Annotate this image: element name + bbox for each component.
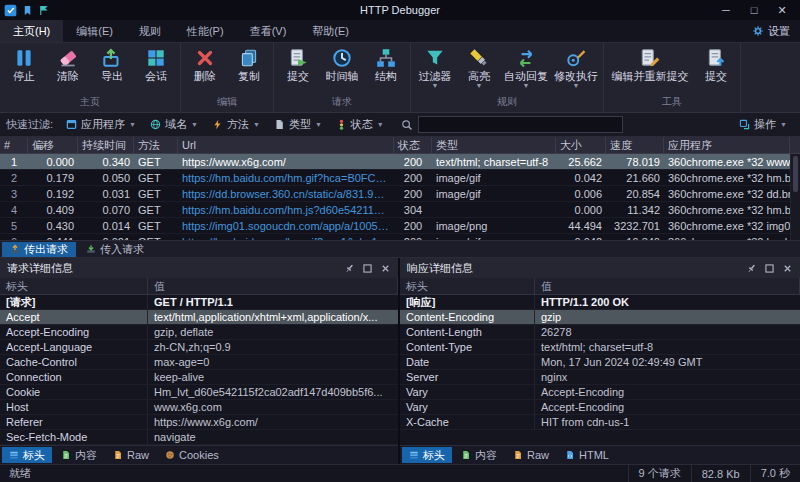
response-header-row[interactable]: X-CacheHIT from cdn-us-1: [400, 415, 800, 430]
table-row[interactable]: 10.0000.340GEThttps://www.x6g.com/200tex…: [0, 154, 800, 170]
request-header-row[interactable]: Accept-Languagezh-CN,zh;q=0.9: [0, 340, 398, 355]
column-header-2[interactable]: 持续时间: [78, 137, 134, 153]
ribbon-button-timeline[interactable]: 时间轴: [320, 45, 364, 83]
table-row[interactable]: 30.1920.031GEThttps://dd.browser.360.cn/…: [0, 186, 800, 202]
close-icon[interactable]: [782, 263, 793, 274]
request-header-row[interactable]: Connectionkeep-alive: [0, 370, 398, 385]
response-tab-content[interactable]: 内容: [454, 447, 504, 463]
request-header-row[interactable]: Sec-Fetch-Modenavigate: [0, 430, 398, 445]
ribbon-button-clear[interactable]: 清除: [46, 45, 90, 83]
column-header-6[interactable]: 类型: [432, 137, 556, 153]
ribbon-button-highlight[interactable]: 高亮▼: [457, 45, 501, 89]
column-header-1[interactable]: 偏移: [28, 137, 78, 153]
headers-icon: [9, 450, 19, 460]
menu-tab-2[interactable]: 规则: [126, 20, 174, 42]
column-header-4[interactable]: Url: [178, 137, 394, 153]
cell-Url: https://www.x6g.com/: [178, 154, 394, 169]
request-header-row[interactable]: CookieHm_lvt_d60e542115f2ca02adf147d409b…: [0, 385, 398, 400]
filter-0[interactable]: 应用程序▼: [59, 115, 143, 134]
actions-button[interactable]: 操作 ▼: [732, 115, 794, 134]
request-tab-raw[interactable]: Raw: [106, 447, 156, 463]
header-value: nginx: [535, 370, 800, 384]
tab-outgoing-requests[interactable]: 传出请求: [2, 242, 76, 257]
ribbon-button-delete[interactable]: 删除: [183, 45, 227, 83]
filter-4[interactable]: 状态▼: [329, 115, 391, 134]
pin-icon[interactable]: [344, 263, 355, 274]
menu-tab-0[interactable]: 主页(H): [0, 20, 63, 42]
vertical-scrollbar[interactable]: [790, 154, 800, 240]
status-icon: [336, 119, 347, 130]
response-tab-raw[interactable]: Raw: [506, 447, 556, 463]
table-row[interactable]: 60.4410.021GEThttps://hm.baidu.com/hm.gi…: [0, 234, 800, 240]
column-header-9[interactable]: 应用程序: [664, 137, 790, 153]
request-header-row[interactable]: [请求]GET / HTTP/1.1: [0, 295, 398, 310]
settings-button[interactable]: 设置: [742, 20, 800, 42]
column-header-3[interactable]: 方法: [134, 137, 178, 153]
maximize-button[interactable]: □: [740, 0, 768, 20]
ribbon-button-modify[interactable]: 修改执行▼: [551, 45, 601, 89]
search-input[interactable]: [418, 116, 623, 133]
request-column-1[interactable]: 值: [148, 278, 398, 294]
menu-tab-1[interactable]: 编辑(E): [63, 20, 126, 42]
request-header-row[interactable]: Hostwww.x6g.com: [0, 400, 398, 415]
response-header-row[interactable]: VaryAccept-Encoding: [400, 385, 800, 400]
header-name: Content-Length: [400, 325, 535, 339]
scrollbar-thumb[interactable]: [793, 156, 798, 192]
request-header-row[interactable]: Accept-Encodinggzip, deflate: [0, 325, 398, 340]
request-header-row[interactable]: Refererhttps://www.x6g.com/: [0, 415, 398, 430]
response-header-row[interactable]: Content-Typetext/html; charset=utf-8: [400, 340, 800, 355]
response-header-row[interactable]: [响应]HTTP/1.1 200 OK: [400, 295, 800, 310]
request-tab-cookies[interactable]: Cookies: [158, 447, 226, 463]
filter-3[interactable]: 类型▼: [267, 115, 329, 134]
response-tab-headers[interactable]: 标头: [402, 447, 452, 463]
response-column-1[interactable]: 值: [535, 278, 800, 294]
response-header-row[interactable]: Content-Encodinggzip: [400, 310, 800, 325]
float-icon[interactable]: [764, 263, 775, 274]
ribbon-button-submit2[interactable]: 提交: [694, 45, 738, 83]
response-column-0[interactable]: 标头: [400, 278, 535, 294]
ribbon-button-autoreply[interactable]: 自动回复▼: [501, 45, 551, 89]
close-icon[interactable]: [380, 263, 391, 274]
ribbon-button-editresubmit[interactable]: 编辑并重新提交: [606, 45, 694, 83]
response-header-row[interactable]: Content-Length26278: [400, 325, 800, 340]
ribbon-button-filter[interactable]: 过滤器▼: [413, 45, 457, 89]
column-header-8[interactable]: 速度: [606, 137, 664, 153]
menu-tab-3[interactable]: 性能(P): [174, 20, 237, 42]
response-tab-html[interactable]: HTML: [558, 447, 616, 463]
column-header-0[interactable]: #: [0, 137, 28, 153]
filter-1[interactable]: 域名▼: [143, 115, 205, 134]
request-tab-content[interactable]: 内容: [54, 447, 104, 463]
chevron-down-icon: ▼: [780, 121, 787, 128]
request-tab-headers[interactable]: 标头: [2, 447, 52, 463]
response-header-row[interactable]: DateMon, 17 Jun 2024 02:49:49 GMT: [400, 355, 800, 370]
response-header-row[interactable]: VaryAccept-Encoding: [400, 400, 800, 415]
minimize-button[interactable]: ─: [712, 0, 740, 20]
request-header-row[interactable]: Accepttext/html,application/xhtml+xml,ap…: [0, 310, 398, 325]
ribbon-button-copy[interactable]: 复制: [227, 45, 271, 83]
tab-incoming-requests[interactable]: 传入请求: [78, 242, 152, 257]
request-column-0[interactable]: 标头: [0, 278, 148, 294]
cell-速度: 78.019: [606, 154, 664, 169]
stop-icon: [13, 47, 35, 69]
ribbon-button-sessions[interactable]: 会话: [134, 45, 178, 83]
menu-tab-5[interactable]: 帮助(E): [299, 20, 362, 42]
ribbon-button-stop[interactable]: 停止: [2, 45, 46, 83]
table-row[interactable]: 50.4300.014GEThttps://img01.sogoucdn.com…: [0, 218, 800, 234]
response-header-row[interactable]: Servernginx: [400, 370, 800, 385]
column-header-5[interactable]: 状态: [394, 137, 432, 153]
ribbon-button-submit[interactable]: 提交: [276, 45, 320, 83]
float-icon[interactable]: [362, 263, 373, 274]
ribbon-button-structure[interactable]: 结构: [364, 45, 408, 83]
close-button[interactable]: ✕: [768, 0, 796, 20]
flag-icon[interactable]: [38, 5, 49, 16]
filter-2[interactable]: 方法▼: [205, 115, 267, 134]
pin-icon[interactable]: [746, 263, 757, 274]
table-row[interactable]: 40.4090.070GEThttps://hm.baidu.com/hm.js…: [0, 202, 800, 218]
table-row[interactable]: 20.1790.050GEThttps://hm.baidu.com/hm.gi…: [0, 170, 800, 186]
ribbon-button-export[interactable]: 导出: [90, 45, 134, 83]
bookmark-icon[interactable]: [22, 5, 33, 16]
column-header-7[interactable]: 大小: [556, 137, 606, 153]
cell-偏移: 0.409: [28, 202, 78, 217]
request-header-row[interactable]: Cache-Controlmax-age=0: [0, 355, 398, 370]
menu-tab-4[interactable]: 查看(V): [237, 20, 300, 42]
